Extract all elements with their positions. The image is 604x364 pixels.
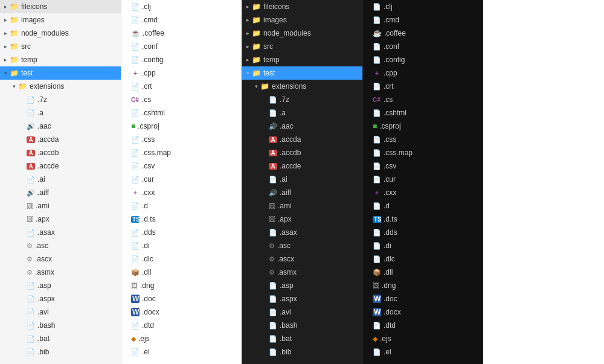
- list-item[interactable]: 📄 .css: [121, 133, 242, 146]
- list-item[interactable]: TS .d.ts: [121, 212, 242, 226]
- list-item[interactable]: 🖼 .dng: [121, 279, 242, 292]
- list-item[interactable]: 📄 .clj: [363, 0, 483, 13]
- list-item[interactable]: 📄 .asax: [0, 226, 121, 239]
- list-item[interactable]: ▸ 📁 fileicons: [242, 0, 362, 13]
- list-item[interactable]: W .doc: [363, 292, 483, 305]
- list-item[interactable]: 🖼 .apx: [0, 212, 121, 226]
- list-item[interactable]: ⚙ .asmx: [0, 266, 121, 279]
- list-item[interactable]: 📄 .a: [242, 106, 362, 120]
- list-item[interactable]: 📄 .config: [121, 53, 242, 66]
- list-item[interactable]: 🔊 .aac: [0, 120, 121, 133]
- list-item[interactable]: 📄 .bat: [242, 332, 362, 345]
- list-item[interactable]: ▸ 📁 node_modules: [242, 27, 362, 40]
- list-item[interactable]: ⚙ .asmx: [242, 266, 362, 279]
- list-item[interactable]: ☕ .coffee: [363, 27, 483, 40]
- list-item[interactable]: 📄 .d: [121, 199, 242, 212]
- list-item[interactable]: ▸ 📁 fileicons: [0, 0, 121, 13]
- list-item[interactable]: 📄 .asp: [242, 279, 362, 292]
- list-item[interactable]: 📄 .cmd: [363, 13, 483, 27]
- list-item[interactable]: 📄 .bat: [0, 332, 121, 345]
- list-item[interactable]: 🖼 .dng: [363, 279, 483, 292]
- list-item[interactable]: 📄 .cshtml: [121, 106, 242, 120]
- list-item[interactable]: ▸ 📁 images: [242, 13, 362, 27]
- list-item[interactable]: ▾ 📁 test: [242, 66, 362, 80]
- list-item[interactable]: A .accda: [242, 133, 362, 146]
- list-item[interactable]: ◆ .ejs: [363, 332, 483, 345]
- list-item[interactable]: 🖼 .apx: [242, 212, 362, 226]
- list-item[interactable]: 📄 .di: [363, 239, 483, 252]
- list-item[interactable]: 📄 .conf: [363, 40, 483, 53]
- list-item[interactable]: ⚙ .ascx: [242, 252, 362, 266]
- list-item[interactable]: 📄 .7z: [242, 93, 362, 106]
- list-item[interactable]: 📄 .di: [121, 239, 242, 252]
- list-item[interactable]: 📦 .dll: [363, 266, 483, 279]
- list-item[interactable]: 📄 .crt: [121, 80, 242, 93]
- list-item[interactable]: 📄 .avi: [242, 305, 362, 319]
- list-item[interactable]: 📄 .cshtml: [363, 106, 483, 120]
- list-item[interactable]: W .docx: [363, 305, 483, 319]
- list-item[interactable]: 📄 .ai: [0, 173, 121, 186]
- list-item[interactable]: ■ .csproj: [363, 120, 483, 133]
- list-item[interactable]: 📄 .a: [0, 106, 121, 120]
- list-item[interactable]: 📄 .el: [363, 345, 483, 359]
- list-item[interactable]: A .accdb: [0, 146, 121, 159]
- list-item[interactable]: 📄 .d: [363, 199, 483, 212]
- list-item[interactable]: 📄 .bib: [0, 345, 121, 359]
- list-item[interactable]: ▾ 📁 extensions: [242, 80, 362, 93]
- list-item[interactable]: 📄 .config: [363, 53, 483, 66]
- list-item[interactable]: ⚙ .ascx: [0, 252, 121, 266]
- list-item[interactable]: 📄 .bash: [242, 319, 362, 332]
- list-item[interactable]: 📄 .aspx: [242, 292, 362, 305]
- list-item[interactable]: ▸ 📁 temp: [242, 53, 362, 66]
- list-item[interactable]: ⚙ .asc: [242, 239, 362, 252]
- list-item[interactable]: 📄 .el: [121, 345, 242, 359]
- list-item[interactable]: A .accdb: [242, 146, 362, 159]
- list-item[interactable]: 📄 .aspx: [0, 292, 121, 305]
- list-item[interactable]: + .cxx: [121, 186, 242, 199]
- list-item[interactable]: 🖼 .ami: [0, 199, 121, 212]
- list-item[interactable]: 📄 .css: [363, 133, 483, 146]
- list-item[interactable]: ▸ 📁 images: [0, 13, 121, 27]
- list-item[interactable]: A .accda: [0, 133, 121, 146]
- list-item[interactable]: 📄 .ai: [242, 173, 362, 186]
- list-item[interactable]: 📄 .dtd: [121, 319, 242, 332]
- list-item[interactable]: 📄 .7z: [0, 93, 121, 106]
- list-item[interactable]: C# .cs: [121, 93, 242, 106]
- list-item[interactable]: 📄 .bib: [242, 345, 362, 359]
- list-item[interactable]: 📄 .asax: [242, 226, 362, 239]
- list-item[interactable]: + .cpp: [121, 66, 242, 80]
- list-item[interactable]: 📄 .dds: [363, 226, 483, 239]
- list-item[interactable]: A .accde: [242, 159, 362, 173]
- list-item[interactable]: 📄 .cur: [363, 173, 483, 186]
- list-item[interactable]: C# .cs: [363, 93, 483, 106]
- list-item[interactable]: ☕ .coffee: [121, 27, 242, 40]
- list-item[interactable]: 📄 .cur: [121, 173, 242, 186]
- list-item[interactable]: 📄 .csv: [363, 159, 483, 173]
- list-item[interactable]: 🔊 .aac: [242, 120, 362, 133]
- list-item[interactable]: W .doc: [121, 292, 242, 305]
- list-item[interactable]: ▸ 📁 src: [0, 40, 121, 53]
- list-item[interactable]: ▸ 📁 node_modules: [0, 27, 121, 40]
- list-item[interactable]: 📄 .asp: [0, 279, 121, 292]
- list-item[interactable]: 📄 .css.map: [363, 146, 483, 159]
- list-item[interactable]: 📄 .css.map: [121, 146, 242, 159]
- list-item[interactable]: 📄 .cmd: [121, 13, 242, 27]
- list-item[interactable]: A .accde: [0, 159, 121, 173]
- list-item[interactable]: 📄 .bash: [0, 319, 121, 332]
- list-item[interactable]: 📄 .clj: [121, 0, 242, 13]
- list-item[interactable]: 🖼 .ami: [242, 199, 362, 212]
- list-item[interactable]: 🔊 .aiff: [0, 186, 121, 199]
- list-item[interactable]: ■ .csproj: [121, 120, 242, 133]
- list-item[interactable]: 📄 .crt: [363, 80, 483, 93]
- list-item[interactable]: 📄 .dtd: [363, 319, 483, 332]
- list-item[interactable]: ◆ .ejs: [121, 332, 242, 345]
- list-item[interactable]: ⚙ .asc: [0, 239, 121, 252]
- list-item[interactable]: + .cpp: [363, 66, 483, 80]
- list-item[interactable]: 📄 .avi: [0, 305, 121, 319]
- list-item[interactable]: ▾ 📁 extensions: [0, 80, 121, 93]
- list-item[interactable]: W .docx: [121, 305, 242, 319]
- list-item[interactable]: 📄 .dlc: [363, 252, 483, 266]
- list-item[interactable]: ▸ 📁 src: [242, 40, 362, 53]
- list-item[interactable]: + .cxx: [363, 186, 483, 199]
- list-item[interactable]: ▸ 📁 temp: [0, 53, 121, 66]
